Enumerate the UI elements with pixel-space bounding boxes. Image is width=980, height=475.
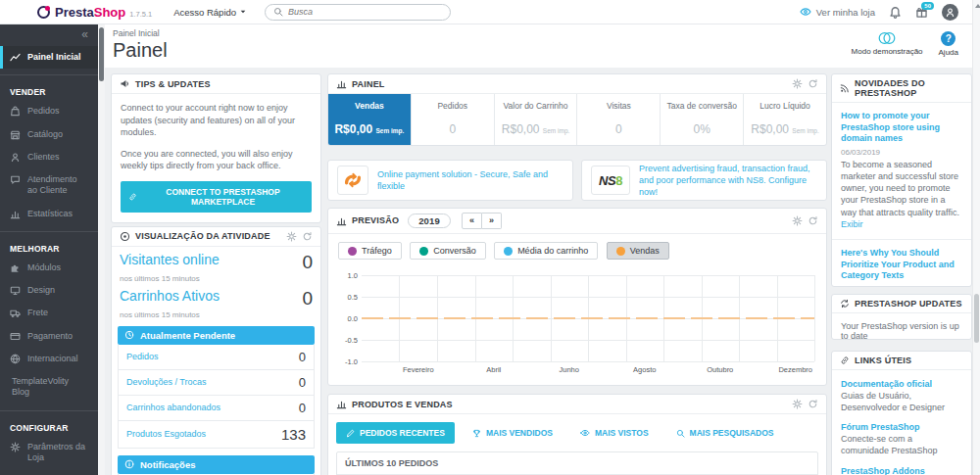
pending-value: 0: [299, 350, 306, 364]
sidebar-item-templatevolity-blog[interactable]: TemplateVolity Blog: [0, 370, 98, 404]
yourpay-ad-banner[interactable]: Online payment solution - Secure, Safe a…: [327, 160, 573, 201]
news-item-title[interactable]: Here's Why You Should Prioritize Your Pr…: [841, 248, 962, 282]
settings-button[interactable]: [792, 215, 803, 226]
tab-mais-vendidos[interactable]: MAIS VENDIDOS: [463, 422, 563, 444]
refresh-button[interactable]: [808, 215, 818, 226]
sidebar-item-parametros-avancados[interactable]: Parâmetros Avançados: [0, 469, 98, 475]
view-shop-label: Ver minha loja: [816, 7, 875, 18]
gift-button[interactable]: 50: [915, 6, 928, 19]
kpi-valor-carrinho[interactable]: Valor do Carrinho R$0,00 Sem imp.: [495, 94, 578, 145]
tab-pedidos-recentes[interactable]: PEDIDOS RECENTES: [336, 422, 455, 444]
pending-link[interactable]: Pedidos: [126, 352, 159, 361]
sidebar-item-clientes[interactable]: Clientes: [0, 146, 98, 168]
quick-access-menu[interactable]: Acesso Rápido: [173, 7, 247, 18]
sidebar-scrollbar[interactable]: [98, 24, 105, 475]
sidebar-item-parametros-loja[interactable]: Parâmetros da Loja: [0, 436, 98, 470]
notifications-bell-button[interactable]: [889, 6, 902, 19]
kpi-label: Visitas: [581, 101, 656, 111]
link-title[interactable]: PrestaShop Addons: [841, 466, 962, 475]
next-year-button[interactable]: »: [482, 213, 502, 229]
kpi-vendas[interactable]: Vendas R$0,00 Sem imp.: [328, 94, 412, 145]
sidebar-item-internacional[interactable]: Internacional: [0, 348, 98, 370]
news-item-title[interactable]: How to promote your PrestaShop store usi…: [841, 111, 962, 145]
pending-link[interactable]: Produtos Esgotados: [126, 429, 206, 439]
ns8-ad-banner[interactable]: NS8 Prevent advertising fraud, transacti…: [581, 160, 827, 201]
quick-access-label: Acesso Rápido: [173, 7, 236, 18]
sidebar-item-pedidos[interactable]: Pedidos: [0, 100, 98, 122]
legend-media-carrinho[interactable]: Média do carrinho: [494, 242, 598, 260]
ns8-logo-8: 8: [615, 173, 622, 188]
pencil-icon: [346, 429, 355, 438]
megaphone-icon: [120, 78, 130, 89]
link-item-documentacao: Documentação oficial Guias de Usuário, D…: [832, 374, 971, 417]
link-title[interactable]: Documentação oficial: [841, 379, 962, 389]
legend-trafego[interactable]: Tráfego: [338, 242, 402, 260]
y-axis-tick: -1.0: [334, 357, 358, 366]
tab-mais-vistos[interactable]: MAIS VISTOS: [570, 422, 659, 444]
info-icon: [124, 459, 134, 469]
active-carts-link[interactable]: Carrinhos Ativos: [120, 288, 220, 304]
tab-mais-pesquisados[interactable]: MAIS PESQUISADOS: [666, 422, 784, 444]
sidebar-item-painel-inicial[interactable]: Painel Inicial: [0, 46, 98, 69]
news-item: Here's Why You Should Prioritize Your Pr…: [832, 240, 971, 287]
sidebar-item-label: Módulos: [27, 262, 61, 273]
news-read-more-link[interactable]: Exibir: [841, 219, 863, 229]
link-icon: [840, 356, 850, 365]
kpi-pedidos[interactable]: Pedidos 0: [412, 94, 495, 145]
pending-title: Atualmente Pendente: [140, 330, 235, 341]
connect-marketplace-button[interactable]: CONNECT TO PRESTASHOP MARKETPLACE: [121, 181, 312, 213]
sidebar-section-vender: VENDER: [0, 81, 98, 100]
settings-button[interactable]: [792, 78, 803, 89]
view-shop-link[interactable]: Ver minha loja: [800, 6, 875, 18]
page-scrollbar[interactable]: [972, 0, 980, 475]
pending-link[interactable]: Carrinhos abandonados: [126, 403, 220, 412]
settings-button[interactable]: [792, 399, 803, 409]
sidebar-scrollbar-thumb[interactable]: [99, 27, 104, 81]
tips-paragraph: Connect to your account right now to enj…: [121, 102, 312, 139]
rss-icon: [840, 83, 850, 93]
settings-button[interactable]: [286, 231, 297, 242]
scroll-up-icon[interactable]: [975, 4, 980, 8]
search-input[interactable]: [288, 7, 425, 17]
search-box[interactable]: [265, 4, 451, 21]
prestashop-logo[interactable]: PrestaShop 1.7.5.1: [37, 5, 152, 20]
user-avatar-button[interactable]: [942, 4, 958, 21]
kpi-lucro-liquido[interactable]: Lucro Líquido R$0,00 Sem imp.: [744, 94, 826, 145]
sidebar-item-atendimento[interactable]: Atendimento ao Cliente: [0, 168, 98, 203]
refresh-button[interactable]: [302, 231, 313, 242]
refresh-button[interactable]: [808, 78, 818, 89]
notifications-title: Notificações: [140, 459, 196, 470]
year-selector[interactable]: 2019: [408, 214, 451, 228]
demo-mode-toggle[interactable]: Modo demonstração: [852, 31, 923, 57]
visitors-online-link[interactable]: Visitantes online: [120, 252, 220, 267]
chevron-down-icon: [239, 8, 247, 16]
pending-link[interactable]: Devoluções / Trocas: [126, 377, 207, 387]
clock-icon: [124, 330, 134, 340]
help-button[interactable]: ? Ajuda: [939, 31, 958, 57]
forecast-panel-title: PREVISÃO: [352, 215, 399, 225]
forecast-xlabels: FevereiroAbrilJunhoAgostoOutubroDezembro: [362, 365, 814, 377]
legend-vendas[interactable]: Vendas: [607, 242, 669, 260]
top-bar: PrestaShop 1.7.5.1 Acesso Rápido Ver min…: [0, 0, 980, 24]
refresh-icon: [808, 78, 818, 89]
prev-year-button[interactable]: «: [462, 213, 482, 229]
tips-updates-panel: TIPS & UPDATES Connect to your account r…: [111, 73, 321, 223]
kpi-taxa-conversao[interactable]: Taxa de conversão 0%: [661, 94, 744, 145]
sidebar-item-label: Internacional: [27, 354, 78, 364]
sidebar-item-pagamento[interactable]: Pagamento: [0, 325, 98, 348]
sidebar-item-modulos[interactable]: Módulos: [0, 257, 98, 279]
demo-mode-label: Modo demonstração: [852, 47, 923, 56]
refresh-button[interactable]: [808, 399, 818, 409]
sidebar-item-design[interactable]: Design: [0, 279, 98, 302]
page-scrollbar-thumb[interactable]: [974, 294, 979, 343]
link-icon: [128, 192, 137, 202]
divider: [0, 231, 98, 232]
sidebar-item-catalogo[interactable]: Catálogo: [0, 123, 98, 146]
sidebar-collapse-button[interactable]: «: [0, 24, 98, 46]
sidebar-item-estatisticas[interactable]: Estatísticas: [0, 203, 98, 225]
breadcrumb[interactable]: Painel Inicial: [113, 28, 160, 38]
link-title[interactable]: Fórum PrestaShop: [841, 422, 962, 432]
sidebar-item-frete[interactable]: Frete: [0, 302, 98, 324]
legend-conversao[interactable]: Conversão: [410, 242, 486, 260]
kpi-visitas[interactable]: Visitas 0: [577, 94, 661, 145]
